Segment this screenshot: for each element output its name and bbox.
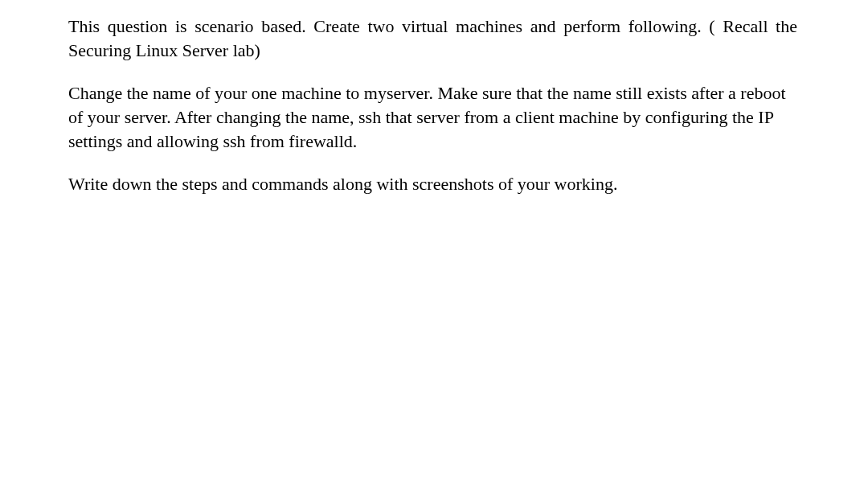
paragraph-task: Change the name of your one machine to m…	[68, 81, 797, 153]
document-page: This question is scenario based. Create …	[0, 0, 868, 481]
paragraph-instruction: Write down the steps and commands along …	[68, 172, 797, 196]
paragraph-intro: This question is scenario based. Create …	[68, 14, 797, 62]
